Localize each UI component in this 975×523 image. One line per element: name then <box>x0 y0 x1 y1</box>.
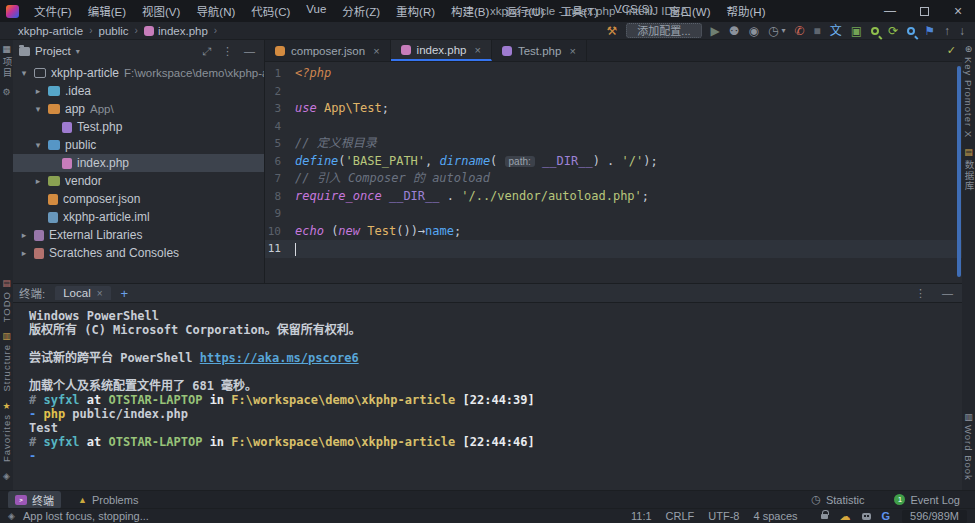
tree-item[interactable]: ▾public <box>13 136 264 154</box>
breadcrumb-separator: › <box>89 25 92 36</box>
breadcrumb-item[interactable]: index.php <box>144 25 208 37</box>
project-view-title[interactable]: Project <box>35 45 71 57</box>
file-icon <box>275 46 285 56</box>
menu-item[interactable]: 重构(R) <box>389 1 442 21</box>
tree-item[interactable]: composer.json <box>13 190 264 208</box>
google-icon[interactable]: G <box>882 510 891 522</box>
close-tab-icon[interactable]: × <box>474 44 480 56</box>
tool-window-button[interactable]: ◷Statistic <box>804 492 871 507</box>
inspections-ok-icon[interactable]: ✓ <box>947 44 956 57</box>
tree-item[interactable]: ▾appApp\ <box>13 100 264 118</box>
status-item[interactable]: UTF-8 <box>708 510 739 522</box>
tree-chevron-icon[interactable]: ▸ <box>19 230 29 240</box>
collapse-all-icon[interactable]: ⤢ <box>199 45 214 58</box>
new-terminal-icon[interactable]: + <box>121 286 129 301</box>
open-in-browser-icon[interactable]: ▣ <box>851 23 862 39</box>
tool-project[interactable]: ▦项目 <box>0 40 13 83</box>
menu-item[interactable]: 编辑(E) <box>81 1 133 21</box>
terminal-line: 尝试新的跨平台 PowerShell https://aka.ms/pscore… <box>29 351 962 365</box>
attach-phone-icon[interactable]: ✆ <box>795 23 805 39</box>
tree-item[interactable]: Test.php <box>13 118 264 136</box>
hide-panel-icon[interactable]: — <box>241 45 258 57</box>
tree-item[interactable]: ▸External Libraries <box>13 226 264 244</box>
chevron-down-icon[interactable]: ▾ <box>76 47 80 56</box>
menu-item[interactable]: 视图(V) <box>135 1 187 21</box>
options-kebab-icon[interactable]: ⋮ <box>219 45 236 58</box>
maximize-icon[interactable] <box>907 0 941 22</box>
tool-layout[interactable]: ◈ <box>0 467 13 486</box>
find-refresh-icon[interactable]: ⟳ <box>888 23 898 39</box>
tree-item[interactable]: index.php <box>13 154 264 172</box>
coverage-icon[interactable]: ◉ <box>749 23 759 39</box>
tool-window-button[interactable]: >终端 <box>8 491 61 509</box>
menu-item[interactable]: 构建(B) <box>444 1 496 21</box>
terminal-kebab-icon[interactable]: ⋮ <box>912 287 929 300</box>
terminal-tab[interactable]: Local× <box>55 286 110 300</box>
tool-structure[interactable]: ▥Structure <box>0 327 13 397</box>
run-icon[interactable]: ▶ <box>711 23 720 39</box>
tree-chevron-icon[interactable]: ▾ <box>19 68 29 78</box>
menu-item[interactable]: 分析(Z) <box>335 1 387 21</box>
close-terminal-icon[interactable]: × <box>97 288 103 299</box>
minimize-icon[interactable]: — <box>873 0 907 22</box>
memory-indicator[interactable]: 596/989M <box>902 510 967 523</box>
find-icon[interactable] <box>871 27 879 35</box>
close-tab-icon[interactable]: × <box>569 45 575 57</box>
bookmark-icon[interactable]: ⚑ <box>924 23 935 39</box>
tool-database[interactable]: ▤数据库 <box>962 143 975 197</box>
status-item[interactable]: 4 spaces <box>753 510 797 522</box>
tree-item[interactable]: ▸.idea <box>13 82 264 100</box>
tree-item[interactable]: xkphp-article.iml <box>13 208 264 226</box>
tool-window-button[interactable]: 1Event Log <box>887 493 967 507</box>
tree-chevron-icon[interactable]: ▸ <box>33 176 43 186</box>
editor-tab[interactable]: Test.php× <box>492 40 587 61</box>
cloud-sync-icon[interactable]: ☁ <box>840 510 851 523</box>
prev-occurrence-icon[interactable]: ↑ <box>944 23 950 39</box>
translate-icon[interactable]: 文 <box>830 23 842 39</box>
tree-chevron-icon[interactable]: ▸ <box>19 248 29 258</box>
menu-item[interactable]: 帮助(H) <box>720 1 773 21</box>
search-everywhere-icon[interactable] <box>907 27 915 35</box>
close-tab-icon[interactable]: × <box>373 45 379 57</box>
breadcrumb-item[interactable]: xkphp-article <box>18 25 83 37</box>
debug-icon[interactable]: ⚉ <box>729 23 740 39</box>
tree-chevron-icon[interactable]: ▾ <box>33 140 43 150</box>
libraries-icon <box>34 230 44 241</box>
tool-todo[interactable]: ▤TODO <box>0 274 13 327</box>
editor-tab[interactable]: index.php× <box>391 40 492 61</box>
menu-item[interactable]: Vue <box>299 1 333 21</box>
breadcrumb: xkphp-article›public›index.php› <box>18 25 223 37</box>
status-item[interactable]: CRLF <box>666 510 695 522</box>
status-item[interactable]: 11:1 <box>631 510 652 522</box>
remote-robot-icon[interactable] <box>862 513 871 520</box>
php-file-icon <box>144 26 154 36</box>
editor-scrollbar[interactable] <box>957 66 961 277</box>
tree-chevron-icon[interactable]: ▾ <box>33 104 43 114</box>
build-hammer-icon[interactable]: ⚒ <box>607 23 618 39</box>
next-occurrence-icon[interactable]: ↓ <box>959 23 965 39</box>
tool-favorites[interactable]: ★Favorites <box>0 397 13 467</box>
menu-item[interactable]: 文件(F) <box>27 1 79 21</box>
tool-window-button[interactable]: ▲Problems <box>71 491 145 509</box>
tree-chevron-icon[interactable]: ▸ <box>33 86 43 96</box>
terminal-hide-icon[interactable]: — <box>939 287 956 299</box>
profiler-icon[interactable]: ◷ <box>768 23 778 39</box>
run-config-combo[interactable]: 添加配置... <box>626 23 701 38</box>
menu-item[interactable]: 代码(C) <box>244 1 297 21</box>
tree-item[interactable]: ▸Scratches and Consoles <box>13 244 264 262</box>
menu-item[interactable]: 导航(N) <box>189 1 242 21</box>
tool-word-book[interactable]: ▥Word Book <box>962 408 975 486</box>
tree-item[interactable]: ▾xkphp-articleF:\workspace\demo\xkphp-ar… <box>13 64 264 82</box>
close-icon[interactable]: × <box>941 0 975 22</box>
terminal-tool-window: 终端: Local× + ⋮ — Windows PowerShell版权所有 … <box>13 283 962 490</box>
terminal-output[interactable]: Windows PowerShell版权所有 (C) Microsoft Cor… <box>13 303 962 463</box>
editor-tab[interactable]: composer.json× <box>265 40 391 61</box>
breadcrumb-item[interactable]: public <box>99 25 129 37</box>
stop-icon[interactable]: ■ <box>814 23 821 39</box>
tool-commit[interactable]: ⚙ <box>0 83 13 102</box>
code-editor[interactable]: 1<?php23use App\Test;45// 定义根目录6define('… <box>265 62 962 283</box>
tree-item[interactable]: ▸vendor <box>13 172 264 190</box>
lock-icon[interactable] <box>821 514 828 519</box>
tool-key-promoter[interactable]: ⊛Key Promoter X <box>962 40 975 143</box>
chevron-down-icon[interactable]: ▾ <box>781 26 785 35</box>
